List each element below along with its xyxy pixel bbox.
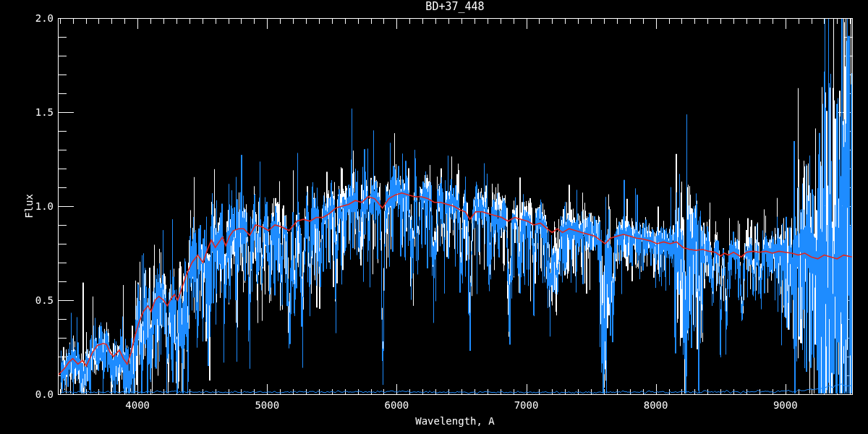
x-tick-label: 6000: [367, 399, 425, 411]
y-tick-label: 0.5: [0, 294, 54, 306]
spectrum-plot-canvas: [0, 0, 868, 434]
spectrum-chart: BD+37_448 Wavelength, A Flux 40005000600…: [0, 0, 868, 434]
chart-title: BD+37_448: [58, 1, 852, 12]
x-tick-label: 5000: [238, 399, 296, 411]
y-tick-label: 0.0: [0, 388, 54, 400]
x-axis-label: Wavelength, A: [58, 415, 852, 427]
x-tick-label: 9000: [757, 399, 814, 411]
y-tick-label: 1.5: [0, 106, 54, 118]
y-tick-label: 1.0: [0, 200, 54, 212]
x-tick-label: 8000: [627, 399, 685, 411]
x-tick-label: 4000: [109, 399, 166, 411]
x-tick-label: 7000: [498, 399, 556, 411]
y-tick-label: 2.0: [0, 12, 54, 24]
